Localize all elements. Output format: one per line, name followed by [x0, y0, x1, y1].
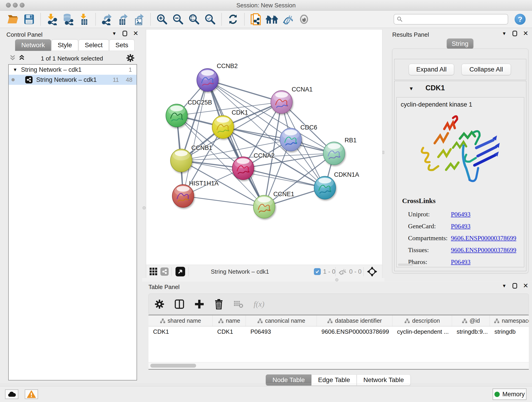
- tab-sets[interactable]: Sets: [109, 39, 134, 51]
- zoom-fit-icon[interactable]: [188, 13, 201, 26]
- export-network-icon[interactable]: [101, 13, 114, 26]
- delete-table-icon[interactable]: [234, 300, 244, 308]
- network-node-CCNB1[interactable]: [171, 149, 192, 172]
- zoom-selected-icon[interactable]: [204, 13, 216, 26]
- panel-menu-icon[interactable]: ▼: [502, 31, 507, 36]
- table-cell[interactable]: CDK1: [213, 326, 246, 337]
- add-column-icon[interactable]: [195, 299, 204, 309]
- table-row[interactable]: CDK1CDK1P064939606.ENSP00000378699cyclin…: [148, 326, 529, 337]
- export-table-icon[interactable]: [117, 13, 129, 26]
- gene-section-header[interactable]: ▼ CDK1: [394, 81, 526, 96]
- network-node-CDK1[interactable]: [212, 115, 234, 138]
- tab-select[interactable]: Select: [79, 39, 109, 51]
- help-button[interactable]: ?: [515, 14, 526, 25]
- network-node-RB1[interactable]: [323, 142, 345, 165]
- collapse-tree-icon[interactable]: ▼: [13, 67, 17, 72]
- table-cell[interactable]: stringdb:9...: [452, 326, 490, 337]
- network-edge[interactable]: [183, 80, 208, 196]
- tab-network[interactable]: Network: [15, 39, 51, 51]
- cloud-status-button[interactable]: [5, 389, 18, 399]
- delete-column-trash-icon[interactable]: [214, 299, 223, 309]
- network-edge[interactable]: [183, 196, 264, 207]
- network-edge[interactable]: [208, 80, 282, 102]
- zoom-out-icon[interactable]: [172, 13, 184, 26]
- memory-button[interactable]: Memory: [493, 389, 526, 400]
- crosslink-link[interactable]: 9606.ENSP00000378699: [451, 235, 516, 242]
- hidden-eye-icon[interactable]: [338, 269, 347, 275]
- network-node-CDC25B[interactable]: [166, 104, 187, 127]
- search-input[interactable]: [405, 16, 505, 23]
- home-icon[interactable]: [266, 13, 278, 26]
- collapse-all-button[interactable]: Collapse All: [462, 64, 511, 75]
- eye-icon[interactable]: [298, 13, 310, 26]
- import-network-file-icon[interactable]: [46, 13, 58, 26]
- network-node-CDKN1A[interactable]: [314, 176, 336, 199]
- table-cell[interactable]: CDK1: [148, 326, 213, 337]
- panel-float-icon[interactable]: [513, 283, 517, 288]
- crosslink-link[interactable]: P06493: [451, 258, 471, 266]
- open-session-icon[interactable]: [7, 13, 19, 26]
- grid-view-icon[interactable]: [149, 268, 158, 276]
- expand-all-button[interactable]: Expand All: [409, 64, 454, 75]
- network-node-CCNB2[interactable]: [197, 69, 218, 91]
- panel-menu-icon[interactable]: ▼: [112, 31, 117, 36]
- network-node-CDC6[interactable]: [280, 128, 302, 151]
- function-builder-icon[interactable]: f(x): [254, 300, 264, 308]
- network-edge[interactable]: [243, 168, 325, 188]
- network-collection-row[interactable]: ▼ String Network – cdk1 1: [9, 65, 137, 75]
- network-node-CCNE1[interactable]: [253, 195, 275, 218]
- network-node-CCNA1[interactable]: [271, 90, 292, 114]
- column-header-description[interactable]: description: [393, 315, 452, 326]
- scrollbar-thumb[interactable]: [150, 364, 196, 368]
- network-node-HIST1H1A[interactable]: [172, 185, 194, 207]
- splitter-handle[interactable]: [335, 278, 338, 281]
- panel-float-icon[interactable]: [513, 31, 517, 36]
- splitter-handle[interactable]: [143, 206, 146, 210]
- panel-close-icon[interactable]: ✕: [523, 283, 528, 288]
- zoom-in-icon[interactable]: [156, 13, 168, 26]
- show-columns-icon[interactable]: [174, 299, 184, 309]
- column-header--id[interactable]: @id: [452, 315, 490, 326]
- save-session-icon[interactable]: [23, 13, 36, 26]
- column-header-namespace[interactable]: namespace: [490, 315, 529, 326]
- network-overview-icon[interactable]: [160, 268, 169, 276]
- crosslink-link[interactable]: P06493: [451, 211, 471, 218]
- tab-string[interactable]: String: [447, 38, 473, 49]
- refresh-icon[interactable]: [227, 13, 239, 26]
- panel-close-icon[interactable]: ✕: [523, 31, 528, 36]
- results-scrollbar-thumb[interactable]: [398, 264, 413, 266]
- column-header-canonical-name[interactable]: canonical name: [246, 315, 317, 326]
- network-node-CCNA2[interactable]: [232, 157, 254, 180]
- panel-close-icon[interactable]: ✕: [133, 31, 138, 36]
- export-image-icon[interactable]: [133, 13, 146, 26]
- left-splitter[interactable]: [142, 29, 146, 278]
- search-field[interactable]: [394, 14, 508, 25]
- table-cell[interactable]: P06493: [246, 326, 317, 337]
- column-header-database-identifier[interactable]: database identifier: [317, 315, 393, 326]
- network-edge[interactable]: [208, 80, 264, 207]
- hide-glasses-icon[interactable]: [282, 13, 294, 26]
- tab-style[interactable]: Style: [51, 39, 78, 51]
- panel-float-icon[interactable]: [123, 31, 127, 36]
- collapse-section-icon[interactable]: ▼: [409, 86, 414, 92]
- import-network-database-icon[interactable]: [62, 13, 75, 26]
- table-cell[interactable]: cyclin-dependent ...: [393, 326, 452, 337]
- network-row-selected[interactable]: String Network – cdk1 11 48: [9, 75, 137, 85]
- birds-eye-view-icon[interactable]: [176, 267, 185, 276]
- table-cell[interactable]: stringdb: [490, 326, 529, 337]
- network-options-gear-icon[interactable]: [126, 54, 135, 62]
- warning-status-button[interactable]: [25, 389, 38, 399]
- network-canvas[interactable]: CCNB2CCNA1CDC25BCDK1CDC6RB1CCNB1CCNA2CDK…: [146, 30, 382, 265]
- share-document-icon[interactable]: [249, 13, 262, 26]
- right-splitter[interactable]: [382, 29, 385, 278]
- crosslink-link[interactable]: 9606.ENSP00000378699: [451, 246, 516, 254]
- column-header-shared-name[interactable]: shared name: [148, 315, 213, 326]
- table-horizontal-scrollbar[interactable]: [148, 362, 529, 369]
- panel-menu-icon[interactable]: ▼: [502, 283, 507, 288]
- table-cell[interactable]: 9606.ENSP00000378699: [317, 326, 393, 337]
- fit-selection-icon[interactable]: [367, 266, 378, 277]
- column-header-name[interactable]: name: [213, 315, 246, 326]
- selected-checkbox-icon[interactable]: [314, 268, 321, 275]
- crosslink-link[interactable]: P06493: [451, 223, 471, 230]
- table-settings-gear-icon[interactable]: [155, 299, 164, 309]
